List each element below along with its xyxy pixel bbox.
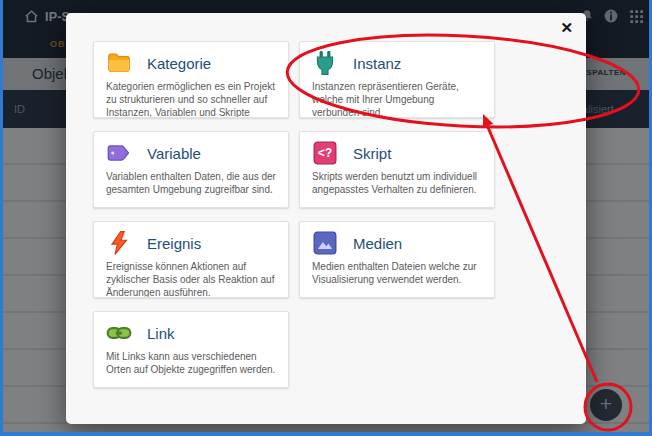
link-icon: [106, 320, 132, 346]
card-title: Variable: [147, 145, 201, 162]
card-link[interactable]: Link Mit Links kann aus verschiedenen Or…: [93, 311, 289, 388]
app-window: IP-Symcon OBJEKTBAUM Objektbaum SPALTEN: [0, 0, 652, 436]
lightning-icon: [106, 230, 132, 256]
object-type-grid: Kategorie Kategorien ermöglichen es ein …: [93, 41, 495, 388]
script-icon: <?: [312, 140, 338, 166]
card-title: Instanz: [353, 55, 401, 72]
card-kategorie[interactable]: Kategorie Kategorien ermöglichen es ein …: [93, 41, 289, 118]
card-variable[interactable]: Variable Variablen enthalten Daten, die …: [93, 131, 289, 208]
folder-icon: [106, 50, 132, 76]
card-description: Mit Links kann aus verschiedenen Orten a…: [106, 350, 276, 376]
plug-icon: [312, 50, 338, 76]
card-description: Kategorien ermöglichen es ein Projekt zu…: [106, 80, 276, 118]
card-description: Medien enthalten Dateien welche zur Visu…: [312, 260, 482, 286]
window-border-left: [0, 0, 3, 436]
card-title: Skript: [353, 145, 391, 162]
card-description: Instanzen repräsentieren Geräte, welche …: [312, 80, 482, 118]
card-title: Ereignis: [147, 235, 201, 252]
card-description: Variablen enthalten Daten, die aus der g…: [106, 170, 276, 196]
tag-icon: [106, 140, 132, 166]
add-object-dialog: ✕ Kategorie Kategorien ermöglichen es ei…: [66, 13, 586, 424]
card-skript[interactable]: <? Skript Skripts werden benutzt um indi…: [299, 131, 495, 208]
card-title: Kategorie: [147, 55, 211, 72]
card-ereignis[interactable]: Ereignis Ereignisse können Aktionen auf …: [93, 221, 289, 298]
card-description: Ereignisse können Aktionen auf zyklische…: [106, 260, 276, 298]
close-icon[interactable]: ✕: [560, 19, 573, 37]
svg-text:<?: <?: [318, 147, 332, 161]
media-icon: [312, 230, 338, 256]
card-title: Link: [147, 325, 175, 342]
card-title: Medien: [353, 235, 402, 252]
card-medien[interactable]: Medien Medien enthalten Dateien welche z…: [299, 221, 495, 298]
card-instanz[interactable]: Instanz Instanzen repräsentieren Geräte,…: [299, 41, 495, 118]
window-border-bottom: [0, 432, 652, 436]
card-description: Skripts werden benutzt um individuell an…: [312, 170, 482, 196]
